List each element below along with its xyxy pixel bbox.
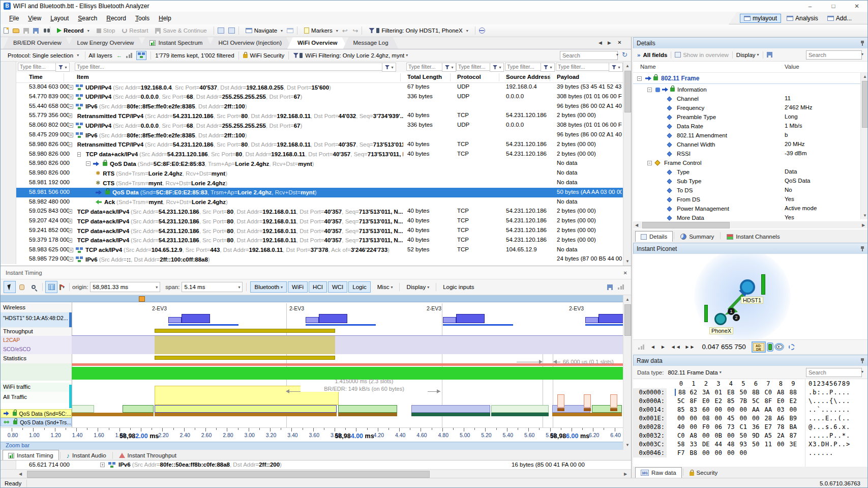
expand-all-icon[interactable]: » [637,52,640,58]
rawdata-search-dropdown-icon[interactable]: ▾ [861,369,863,374]
hex-row[interactable]: 0x0046:F7B800000000...... [633,449,868,457]
details-search-input[interactable] [806,50,862,60]
hex-row[interactable]: 0x0028:4000F00673C136E778BA@...s.6.x. [633,423,868,432]
all-fields-button[interactable]: All fields [643,52,667,58]
track-label-sco[interactable]: SCO/eSCO [1,345,72,354]
nav-prev-icon[interactable]: ► [661,344,666,350]
table-row[interactable]: 58.980 826 000−QoS Data (Snd=5C:8F:E0:E2… [1,159,623,168]
hex-row[interactable]: 0x0000:88623A01E8508BC0A888.b:..P.... [633,388,868,397]
menu-record[interactable]: Record [102,14,131,23]
layout-tab-Add[interactable]: Add... [824,14,855,22]
details-row[interactable]: Data Rate1 Mb/s [633,122,868,131]
globe-icon[interactable] [479,27,485,34]
traffic-segment[interactable] [411,405,490,413]
search-input[interactable] [560,51,618,60]
traffic-segment[interactable] [72,405,94,413]
all-layers-label[interactable]: All layers [88,52,112,59]
timing-display-button[interactable]: Display▾ [403,282,433,292]
ev3-slave-slot[interactable] [585,317,598,323]
menu-tools[interactable]: Tools [131,14,154,23]
battery-toggle-icon[interactable] [768,344,772,350]
expand-icon[interactable]: − [69,142,72,147]
column-header-total-length[interactable]: Total Length [407,74,442,80]
filtering-button[interactable]: Filtering: Only HDST1, PhoneX▾ [366,26,471,35]
details-row[interactable]: −802.11 Frame [633,74,864,83]
zoom-bar[interactable]: Zoom bar [1,442,623,450]
menu-layout[interactable]: Layout [46,14,73,23]
addr-toggle-button[interactable]: AD:DR [753,343,764,351]
record-button[interactable]: Record▾ [54,26,93,35]
stop-button[interactable]: Stop [94,26,118,35]
back-arrow-icon[interactable]: ← [116,52,123,59]
tab-scroll-left-icon[interactable]: ◀ [598,40,602,45]
details-row[interactable]: Sub TypeQoS Data [633,177,868,186]
toggle-logic[interactable]: Logic [348,281,371,293]
table-row[interactable]: 58.981 506 000QoS Data (Snd=5C:8F:E0:E2:… [1,188,623,197]
traffic-segment[interactable] [491,405,549,413]
column-funnel-button-5[interactable]: ▾ [609,63,623,72]
ev3-master-slot[interactable] [319,314,347,323]
marker-set-icon[interactable] [218,27,224,34]
legend-item-qos-snd[interactable]: QoS Data (Snd=5C:... [1,409,72,418]
data-type-select[interactable]: 802.11 Frame Data [668,369,717,376]
tab-scroll-right-icon[interactable]: ▶ [608,40,611,45]
track-label-l2cap[interactable]: L2CAP [1,336,72,345]
column-funnel-button-3[interactable]: ▾ [490,63,504,72]
table-row[interactable]: 58.983 625 000+TCP ack/IPv4 (Src Addr=10… [1,245,623,255]
tab-close-icon[interactable]: × [618,39,621,45]
table-row[interactable]: 59.379 178 000+TCP data+ack/IPv4 (Src Ad… [1,236,623,245]
hex-row[interactable]: 0x0014:858360000000AAAA0300..`....... [633,406,868,414]
zoom-tool[interactable] [28,281,39,293]
ev3-master-slot[interactable] [456,314,485,323]
menu-search[interactable]: Search [73,14,102,23]
tab-instant-throughput[interactable]: Instant Throughput [114,450,182,461]
table-row[interactable]: 53.804 603 000+UDP/IPv4 (Src Addr=192.16… [1,82,623,92]
details-col-value[interactable]: Value [785,64,799,70]
details-row[interactable]: RSSI-39 dBm [633,149,868,158]
retransmission-marker[interactable] [584,394,591,408]
details-row[interactable]: Channel11 [633,94,868,103]
table-row[interactable]: 58.980 826 000−TCP data+ack/IPv4 (Src Ad… [1,150,623,159]
details-row[interactable]: −Frame Control [633,158,868,167]
tab-instant-audio[interactable]: ♪Instant Audio [62,450,111,461]
traffic-segment[interactable] [338,405,397,413]
column-header-protocol[interactable]: Protocol [457,74,481,80]
origin-combo[interactable]: 58,981.33 ms▾ [90,282,160,292]
new-file-icon[interactable] [4,27,9,34]
hex-row[interactable]: 0x001E:0000080045000028A6B9....E..(.. [633,414,868,423]
save-continue-button[interactable]: Save & Continue [152,26,209,35]
column-filter-input-1[interactable] [75,63,384,71]
close-button[interactable]: ✕ [845,3,868,10]
piconet-settings-icon[interactable] [789,344,795,350]
details-col-name[interactable]: Name [640,64,656,70]
expand-icon[interactable]: + [69,219,72,223]
ev3-slave-slot[interactable] [306,317,319,323]
network-toggle-icon[interactable] [136,51,146,60]
ev3-slave-slot[interactable] [443,317,456,323]
table-row[interactable]: 58.475 209 000+IPv6 (Src Addr=80fe::8f5e… [1,130,623,140]
timing-tracks[interactable]: Wireless"HDST1" 50:1A:A5:48:D2...Through… [1,302,623,427]
marker-reset-icon[interactable] [228,27,235,34]
column-funnel-button-4[interactable]: ▾ [541,63,555,72]
bottom-row-expand-icon[interactable]: + [100,463,105,467]
bottom-hscrollbar[interactable]: ◀ ▶ [1,469,631,478]
ev3-master-slot[interactable] [182,314,210,323]
bottom-row-item[interactable]: IPv6 (Src Addr=80fe::50ea:ff8b:c0fe:88a8… [118,462,282,468]
hex-dump[interactable]: 012345678901234567890x0000:88623A01E8508… [633,379,868,467]
track-header-wireless[interactable]: Wireless [1,303,72,312]
track-label-all-traffic[interactable]: All Traffic [1,392,72,403]
piconet-pin-icon[interactable] [860,246,864,252]
find-icon[interactable] [44,28,46,33]
expand-icon[interactable]: + [69,228,72,233]
expand-icon[interactable]: + [69,257,73,262]
expand-icon[interactable]: + [69,133,73,137]
traffic-segment[interactable] [155,405,337,413]
column-funnel-button-2[interactable]: ▾ [442,63,456,72]
expand-icon[interactable]: − [86,161,91,166]
details-display-button[interactable]: Display [736,52,756,58]
timing-close-icon[interactable]: × [623,270,627,276]
expand-icon[interactable]: + [69,123,73,128]
menu-help[interactable]: Help [154,14,176,23]
table-row[interactable]: 59.207 424 000+TCP data+ack/IPv4 (Src Ad… [1,216,623,226]
minimize-button[interactable]: – [798,3,822,9]
